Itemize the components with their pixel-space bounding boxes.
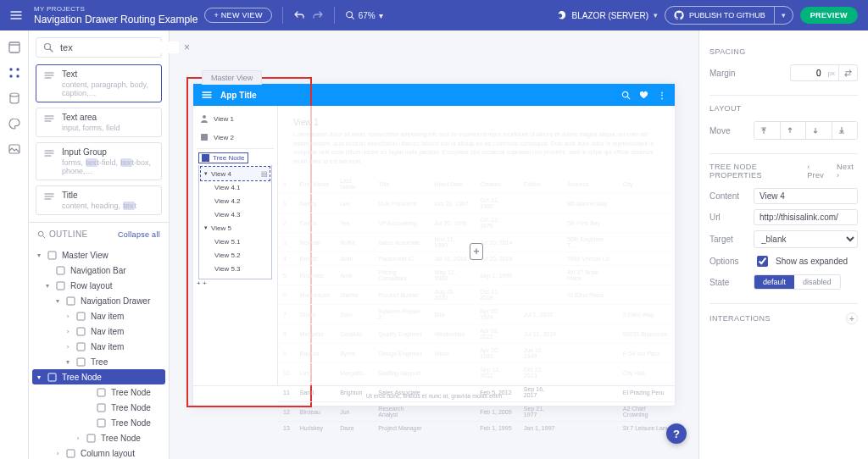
zoom-value: 67% <box>359 11 376 20</box>
col-icon <box>66 449 75 458</box>
rail-assets-icon[interactable] <box>8 142 21 156</box>
search-result[interactable]: Text areainput, forms, field <box>36 108 162 137</box>
svg-rect-26 <box>201 134 208 141</box>
outline-row[interactable]: Tree Node <box>29 384 169 400</box>
rail-data-icon[interactable] <box>8 91 21 105</box>
rail-page-icon[interactable] <box>8 41 21 54</box>
nav-drawer: View 1 View 2 Tree Node ▾View 4▤View 4.1… <box>193 106 278 385</box>
content-input[interactable] <box>754 188 858 204</box>
move-down-button[interactable] <box>806 122 832 139</box>
new-view-button[interactable]: + NEW VIEW <box>204 8 271 23</box>
help-fab[interactable]: ? <box>666 423 687 444</box>
person-icon <box>200 114 209 123</box>
more-icon[interactable]: ⋮ <box>657 91 666 100</box>
svg-rect-10 <box>48 252 56 259</box>
collapse-all-button[interactable]: Collapse all <box>118 230 160 239</box>
outline-row[interactable]: › Nav item <box>29 339 169 354</box>
hamburger-icon[interactable] <box>10 9 22 21</box>
row-icon <box>56 281 65 290</box>
target-select[interactable]: _blank <box>754 230 858 248</box>
outline-row[interactable]: ▾ Row layout <box>29 278 169 293</box>
design-canvas[interactable]: Master View App Title ⋮ View 1 View 2 Tr… <box>170 30 698 459</box>
nav-icon <box>76 342 86 351</box>
outline-row[interactable]: › Column layout <box>29 445 169 459</box>
next-button[interactable]: Next › <box>837 163 858 180</box>
data-table: #First NameLast NameTitleHired DateCreat… <box>278 174 675 434</box>
outline-row[interactable]: › Tree Node <box>29 430 169 445</box>
url-input[interactable] <box>754 209 858 225</box>
spacing-heading: SPACING <box>709 47 858 56</box>
node-icon <box>97 418 106 428</box>
app-title: App Title <box>220 91 257 100</box>
search-result[interactable]: Textcontent, paragraph, body, caption,… <box>36 64 162 102</box>
outline-row[interactable]: Navigation Bar <box>29 263 169 278</box>
search-result[interactable]: Titlecontent, heading, text <box>36 185 162 215</box>
search-result[interactable]: Input Groupforms, text-field, text-box, … <box>36 142 162 180</box>
zoom-control[interactable]: 67% ▾ <box>345 10 383 20</box>
outline-row[interactable]: ▾ Tree Node <box>32 369 165 384</box>
outline-row[interactable]: › Nav item <box>29 308 169 324</box>
node-icon <box>97 388 106 397</box>
nav-item[interactable]: View 1 <box>197 109 274 128</box>
outline-row[interactable]: › Nav item <box>29 324 169 339</box>
publish-button[interactable]: PUBLISH TO GITHUB ▾ <box>665 6 793 25</box>
component-search[interactable]: × <box>36 37 162 58</box>
swap-icon[interactable] <box>838 65 857 80</box>
tree-row[interactable]: ▾View 5 <box>201 221 270 235</box>
outline-row[interactable]: ▾ Tree <box>29 354 169 369</box>
tree-icon <box>202 154 209 162</box>
tree-row[interactable]: View 4.3 <box>201 207 270 221</box>
tree-row[interactable]: View 4.2 <box>201 194 270 207</box>
page-title: Navigation Drawer Routing Example <box>34 14 198 25</box>
outline-row[interactable]: Tree Node <box>29 415 169 430</box>
framework-select[interactable]: BLAZOR (SERVER) ▾ <box>556 10 658 21</box>
svg-rect-20 <box>97 404 105 412</box>
menu-icon[interactable] <box>202 90 212 100</box>
outline-row[interactable]: ▾ Navigation Drawer <box>29 293 169 308</box>
rail-components-icon[interactable] <box>8 66 21 80</box>
tree-row[interactable]: View 4.1 <box>201 180 270 194</box>
outline-row[interactable]: ▾ Master View <box>29 247 169 263</box>
breadcrumb-root[interactable]: MY PROJECTS <box>34 5 198 14</box>
node-icon <box>86 434 96 443</box>
chevron-down-icon: ▾ <box>654 11 658 19</box>
search-icon[interactable] <box>621 91 631 100</box>
artboard: Master View App Title ⋮ View 1 View 2 Tr… <box>192 83 676 406</box>
svg-rect-1 <box>9 42 19 53</box>
add-node-button[interactable]: + <box>197 279 201 287</box>
rail-theme-icon[interactable] <box>8 117 21 130</box>
tree-row[interactable]: ▾View 4▤ <box>201 167 270 180</box>
svg-point-25 <box>203 115 206 119</box>
move-up-button[interactable] <box>781 122 807 139</box>
add-node-button[interactable]: + <box>203 279 207 287</box>
content-paragraph: Lorem ipsum dolor sit amet, consectetur … <box>278 130 675 174</box>
node-icon <box>47 373 57 382</box>
search-input[interactable] <box>58 41 179 53</box>
outline-row[interactable]: Tree Node <box>29 400 169 415</box>
drop-placeholder-icon: + <box>470 243 483 260</box>
preview-button[interactable]: PREVIEW <box>800 7 858 24</box>
tree-row[interactable]: View 5.2 <box>201 248 270 262</box>
add-interaction-button[interactable]: + <box>846 312 858 324</box>
move-top-button[interactable] <box>754 122 781 139</box>
move-bottom-button[interactable] <box>832 122 858 139</box>
framework-label: BLAZOR (SERVER) <box>572 11 648 20</box>
undo-icon[interactable] <box>293 9 305 21</box>
heart-icon[interactable] <box>639 91 648 100</box>
tree-node-selected[interactable]: Tree Node <box>198 152 248 163</box>
tree-row[interactable]: View 5.3 <box>201 262 270 275</box>
expanded-checkbox[interactable] <box>757 256 768 267</box>
node-icon <box>97 403 106 412</box>
bar-icon <box>56 266 65 275</box>
text-icon <box>43 70 55 82</box>
state-toggle[interactable]: defaultdisabled <box>754 274 841 290</box>
tree-row[interactable]: View 5.1 <box>201 235 270 248</box>
nav-item[interactable]: View 2 <box>197 128 274 147</box>
artboard-tab[interactable]: Master View <box>202 70 262 85</box>
publish-dropdown[interactable]: ▾ <box>774 7 793 24</box>
margin-input[interactable]: px <box>790 64 858 81</box>
input-group-icon <box>43 148 55 160</box>
svg-rect-21 <box>97 419 105 427</box>
redo-icon[interactable] <box>312 9 324 21</box>
prev-button[interactable]: ‹ Prev <box>807 163 828 180</box>
